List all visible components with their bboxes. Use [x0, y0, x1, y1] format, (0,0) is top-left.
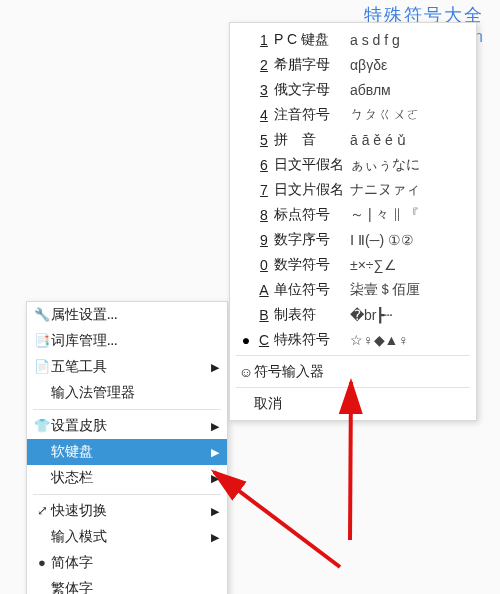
softkeyboard-item-name: 日文平假名 — [274, 156, 350, 174]
sk-symbol-input[interactable]: ☺ 符号输入器 — [230, 359, 476, 384]
sk-unit[interactable]: A单位符号 柒壹＄佰厘 — [230, 277, 476, 302]
sk-special[interactable]: ●C特殊符号 ☆♀◆▲♀ — [230, 327, 476, 352]
accelerator-key: 6 — [254, 157, 274, 173]
softkeyboard-item-sample: ±×÷∑∠ — [350, 257, 397, 273]
menu-item-label: 词库管理... — [51, 332, 118, 350]
submenu-arrow-icon: ▶ — [211, 446, 219, 459]
menu-wubi-tools[interactable]: 📄五笔工具▶ — [27, 354, 227, 380]
softkeyboard-item-name: 符号输入器 — [254, 363, 324, 381]
accelerator-key: C — [254, 332, 274, 348]
menu-statusbar[interactable]: 状态栏▶ — [27, 465, 227, 491]
menu-item-icon: 👕 — [33, 418, 51, 434]
menu-item-label: 属性设置... — [51, 306, 118, 324]
sk-math[interactable]: 0数学符号 ±×÷∑∠ — [230, 252, 476, 277]
sk-hiragana[interactable]: 6日文平假名 ぁぃぅなに — [230, 152, 476, 177]
menu-dict[interactable]: 📑词库管理... — [27, 328, 227, 354]
menu-skin[interactable]: 👕设置皮肤▶ — [27, 413, 227, 439]
menu-item-icon: ● — [33, 555, 51, 571]
menu-item-label: 五笔工具 — [51, 358, 107, 376]
cancel-label: 取消 — [254, 395, 282, 413]
sk-cancel[interactable]: 取消 — [230, 391, 476, 416]
softkeyboard-item-sample: ā ā ě é ǔ — [350, 132, 406, 148]
softkeyboard-item-sample: αβγδε — [350, 57, 387, 73]
softkeyboard-item-sample: 柒壹＄佰厘 — [350, 281, 420, 299]
softkeyboard-item-sample: Ⅰ Ⅱ(─) ①② — [350, 232, 414, 248]
menu-item-label: 设置皮肤 — [51, 417, 107, 435]
sk-punct[interactable]: 8标点符号 ～ | 々 ‖ 『 — [230, 202, 476, 227]
softkeyboard-item-name: 数学符号 — [274, 256, 350, 274]
softkeyboard-item-name: 注音符号 — [274, 106, 350, 124]
submenu-arrow-icon: ▶ — [211, 531, 219, 544]
svg-line-1 — [214, 472, 340, 567]
menu-item-icon: 🔧 — [33, 307, 51, 323]
accelerator-key: 9 — [254, 232, 274, 248]
sk-pc[interactable]: 1P C 键盘 a s d f g — [230, 27, 476, 52]
accelerator-key: 1 — [254, 32, 274, 48]
menu-separator — [236, 355, 470, 356]
menu-item-icon: 📑 — [33, 333, 51, 349]
softkeyboard-item-name: P C 键盘 — [274, 31, 350, 49]
accelerator-key: 5 — [254, 132, 274, 148]
menu-softkeyboard[interactable]: 软键盘▶ — [27, 439, 227, 465]
submenu-arrow-icon: ▶ — [211, 361, 219, 374]
menu-properties[interactable]: 🔧属性设置... — [27, 302, 227, 328]
submenu-arrow-icon: ▶ — [211, 420, 219, 433]
accelerator-key: B — [254, 307, 274, 323]
softkeyboard-item-name: 希腊字母 — [274, 56, 350, 74]
menu-item-label: 简体字 — [51, 554, 93, 572]
menu-traditional[interactable]: 繁体字 — [27, 576, 227, 594]
softkeyboard-item-name: 特殊符号 — [274, 331, 350, 349]
menu-item-icon: 📄 — [33, 359, 51, 375]
accelerator-key: 4 — [254, 107, 274, 123]
menu-item-label: 繁体字 — [51, 580, 93, 594]
sk-katakana[interactable]: 7日文片假名 ナニヌァィ — [230, 177, 476, 202]
accelerator-key: 0 — [254, 257, 274, 273]
softkeyboard-item-sample: �br┣┄ — [350, 307, 392, 323]
sk-pinyin[interactable]: 5拼 音 ā ā ě é ǔ — [230, 127, 476, 152]
accelerator-key: 7 — [254, 182, 274, 198]
softkeyboard-item-sample: ぁぃぅなに — [350, 156, 420, 174]
softkeyboard-item-name: 单位符号 — [274, 281, 350, 299]
accelerator-key: 3 — [254, 82, 274, 98]
softkeyboard-item-sample: ナニヌァィ — [350, 181, 420, 199]
sk-russian[interactable]: 3俄文字母 абвлм — [230, 77, 476, 102]
softkeyboard-item-name: 俄文字母 — [274, 81, 350, 99]
accelerator-key: 8 — [254, 207, 274, 223]
sk-boxdraw[interactable]: B制表符 �br┣┄ — [230, 302, 476, 327]
menu-quickswitch[interactable]: ⤢快速切换▶ — [27, 498, 227, 524]
menu-item-label: 状态栏 — [51, 469, 93, 487]
softkeyboard-item-name: 标点符号 — [274, 206, 350, 224]
softkeyboard-item-name: 制表符 — [274, 306, 350, 324]
accelerator-key: 2 — [254, 57, 274, 73]
context-menu-left: 🔧属性设置...📑词库管理...📄五笔工具▶输入法管理器👕设置皮肤▶软键盘▶状态… — [26, 301, 228, 594]
sk-greek[interactable]: 2希腊字母 αβγδε — [230, 52, 476, 77]
submenu-arrow-icon: ▶ — [211, 505, 219, 518]
menu-separator — [33, 494, 221, 495]
menu-separator — [33, 409, 221, 410]
menu-separator — [236, 387, 470, 388]
softkeyboard-item-name: 数字序号 — [274, 231, 350, 249]
menu-ime-manager[interactable]: 输入法管理器 — [27, 380, 227, 406]
softkeyboard-item-sample: абвлм — [350, 82, 391, 98]
accelerator-key: A — [254, 282, 274, 298]
softkeyboard-item-sample: ☆♀◆▲♀ — [350, 332, 409, 348]
menu-item-label: 输入法管理器 — [51, 384, 135, 402]
menu-item-label: 软键盘 — [51, 443, 93, 461]
softkeyboard-item-sample: a s d f g — [350, 32, 400, 48]
menu-inputmode[interactable]: 输入模式▶ — [27, 524, 227, 550]
sk-zhuyin[interactable]: 4注音符号 ㄅㄆㄍㄨㄛ — [230, 102, 476, 127]
submenu-arrow-icon: ▶ — [211, 472, 219, 485]
menu-item-label: 快速切换 — [51, 502, 107, 520]
softkeyboard-item-name: 日文片假名 — [274, 181, 350, 199]
softkeyboard-item-name: 拼 音 — [274, 131, 350, 149]
radio-icon: ● — [238, 332, 254, 348]
menu-item-icon: ⤢ — [33, 503, 51, 519]
softkeyboard-submenu: 1P C 键盘 a s d f g2希腊字母 αβγδε3俄文字母 абвлм4… — [229, 22, 477, 421]
menu-simplified[interactable]: ●简体字 — [27, 550, 227, 576]
softkeyboard-item-sample: ㄅㄆㄍㄨㄛ — [350, 106, 420, 124]
sk-numseq[interactable]: 9数字序号 Ⅰ Ⅱ(─) ①② — [230, 227, 476, 252]
menu-item-label: 输入模式 — [51, 528, 107, 546]
softkeyboard-item-sample: ～ | 々 ‖ 『 — [350, 206, 419, 224]
smile-icon: ☺ — [238, 364, 254, 380]
